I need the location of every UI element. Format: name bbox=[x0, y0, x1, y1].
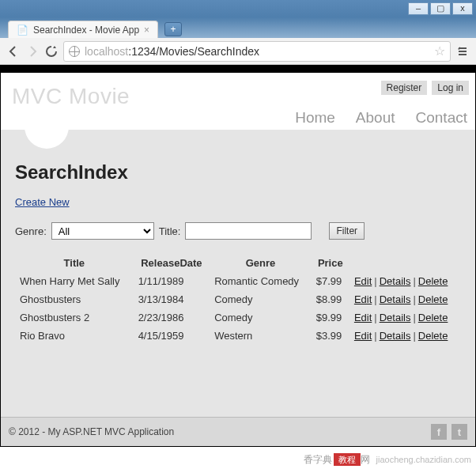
cell-release: 3/13/1984 bbox=[134, 290, 210, 308]
genre-select[interactable]: All bbox=[51, 222, 154, 240]
edit-link[interactable]: Edit bbox=[354, 330, 372, 342]
delete-link[interactable]: Delete bbox=[418, 312, 448, 323]
nav-contact[interactable]: Contact bbox=[416, 109, 467, 127]
table-row: Ghostbusters3/13/1984Comedy$8.99Edit|Det… bbox=[15, 290, 461, 308]
table-row: Ghostbusters 22/23/1986Comedy$9.99Edit|D… bbox=[15, 308, 461, 327]
window-title-bar: – ▢ x bbox=[0, 0, 476, 17]
window-maximize-button[interactable]: ▢ bbox=[430, 2, 451, 15]
cell-price: $8.99 bbox=[312, 290, 349, 308]
site-header: MVC Movie Register Log in Home About Con… bbox=[1, 73, 475, 130]
register-link[interactable]: Register bbox=[381, 81, 428, 95]
page-title: SearchIndex bbox=[15, 161, 461, 183]
twitter-icon[interactable]: t bbox=[451, 424, 467, 440]
delete-link[interactable]: Delete bbox=[418, 275, 448, 287]
url-host: localhost bbox=[85, 45, 128, 58]
watermark-text: 香字典教程网 bbox=[304, 453, 370, 467]
site-logo[interactable]: MVC Movie bbox=[12, 84, 130, 109]
cell-actions: Edit|Details|Delete bbox=[349, 272, 461, 290]
browser-toolbar: localhost:1234/Movies/SearchIndex ☆ bbox=[0, 38, 476, 65]
filter-button[interactable]: Filter bbox=[329, 222, 365, 240]
edit-link[interactable]: Edit bbox=[354, 275, 372, 287]
movies-table: Title ReleaseDate Genre Price When Harry… bbox=[15, 254, 461, 345]
forward-button[interactable] bbox=[25, 44, 40, 59]
cell-actions: Edit|Details|Delete bbox=[349, 327, 461, 345]
cell-title: Ghostbusters 2 bbox=[15, 308, 134, 327]
cell-price: $3.99 bbox=[312, 327, 349, 345]
header-curve-decoration bbox=[25, 104, 69, 149]
title-label: Title: bbox=[159, 225, 181, 237]
page-body: MVC Movie Register Log in Home About Con… bbox=[0, 65, 476, 447]
cell-release: 4/15/1959 bbox=[134, 327, 210, 345]
table-row: When Harry Met Sally1/11/1989Romantic Co… bbox=[15, 272, 461, 290]
footer-text: © 2012 - My ASP.NET MVC Application bbox=[9, 426, 174, 437]
new-tab-button[interactable]: + bbox=[164, 22, 182, 36]
cell-genre: Comedy bbox=[210, 290, 312, 308]
cell-title: Ghostbusters bbox=[15, 290, 134, 308]
cell-actions: Edit|Details|Delete bbox=[349, 290, 461, 308]
edit-link[interactable]: Edit bbox=[354, 293, 372, 305]
back-button[interactable] bbox=[6, 44, 21, 59]
create-new-link[interactable]: Create New bbox=[15, 196, 70, 208]
details-link[interactable]: Details bbox=[380, 275, 411, 287]
tab-close-icon[interactable]: × bbox=[144, 25, 149, 36]
genre-label: Genre: bbox=[15, 225, 47, 237]
settings-wrench-icon[interactable] bbox=[455, 44, 470, 59]
edit-link[interactable]: Edit bbox=[354, 312, 372, 323]
col-price: Price bbox=[312, 254, 349, 272]
details-link[interactable]: Details bbox=[380, 330, 411, 342]
reload-button[interactable] bbox=[44, 44, 59, 59]
window-close-button[interactable]: x bbox=[452, 2, 473, 15]
site-globe-icon bbox=[69, 46, 80, 57]
filter-form: Genre: All Title: Filter bbox=[15, 222, 461, 240]
delete-link[interactable]: Delete bbox=[418, 330, 448, 342]
address-bar[interactable]: localhost:1234/Movies/SearchIndex ☆ bbox=[63, 41, 451, 62]
table-row: Rio Bravo4/15/1959Western$3.99Edit|Detai… bbox=[15, 327, 461, 345]
col-release: ReleaseDate bbox=[134, 254, 210, 272]
cell-genre: Comedy bbox=[210, 308, 312, 327]
cell-release: 1/11/1989 bbox=[134, 272, 210, 290]
login-link[interactable]: Log in bbox=[432, 81, 469, 95]
page-favicon-icon: 📄 bbox=[17, 25, 28, 36]
cell-title: When Harry Met Sally bbox=[15, 272, 134, 290]
col-genre: Genre bbox=[210, 254, 312, 272]
watermark-bar: 香字典教程网 jiaocheng.chazidian.com bbox=[0, 450, 476, 469]
watermark-url: jiaocheng.chazidian.com bbox=[376, 455, 471, 464]
tab-title: SearchIndex - Movie App bbox=[33, 25, 139, 36]
cell-price: $7.99 bbox=[312, 272, 349, 290]
url-text: localhost:1234/Movies/SearchIndex bbox=[85, 45, 259, 58]
page-content: SearchIndex Create New Genre: All Title:… bbox=[1, 130, 475, 359]
tab-strip: 📄 SearchIndex - Movie App × + bbox=[0, 17, 476, 38]
cell-release: 2/23/1986 bbox=[134, 308, 210, 327]
cell-actions: Edit|Details|Delete bbox=[349, 308, 461, 327]
cell-price: $9.99 bbox=[312, 308, 349, 327]
facebook-icon[interactable]: f bbox=[431, 424, 447, 440]
nav-about[interactable]: About bbox=[356, 109, 395, 127]
window-minimize-button[interactable]: – bbox=[408, 2, 429, 15]
details-link[interactable]: Details bbox=[380, 293, 411, 305]
bookmark-star-icon[interactable]: ☆ bbox=[434, 43, 445, 59]
cell-genre: Romantic Comedy bbox=[210, 272, 312, 290]
title-search-input[interactable] bbox=[185, 222, 312, 240]
details-link[interactable]: Details bbox=[380, 312, 411, 323]
url-path: :1234/Movies/SearchIndex bbox=[128, 45, 259, 58]
table-header-row: Title ReleaseDate Genre Price bbox=[15, 254, 461, 272]
delete-link[interactable]: Delete bbox=[418, 293, 448, 305]
site-footer: © 2012 - My ASP.NET MVC Application f t bbox=[1, 417, 475, 446]
cell-title: Rio Bravo bbox=[15, 327, 134, 345]
col-title: Title bbox=[15, 254, 134, 272]
browser-tab[interactable]: 📄 SearchIndex - Movie App × bbox=[8, 21, 158, 38]
cell-genre: Western bbox=[210, 327, 312, 345]
nav-home[interactable]: Home bbox=[295, 109, 335, 127]
